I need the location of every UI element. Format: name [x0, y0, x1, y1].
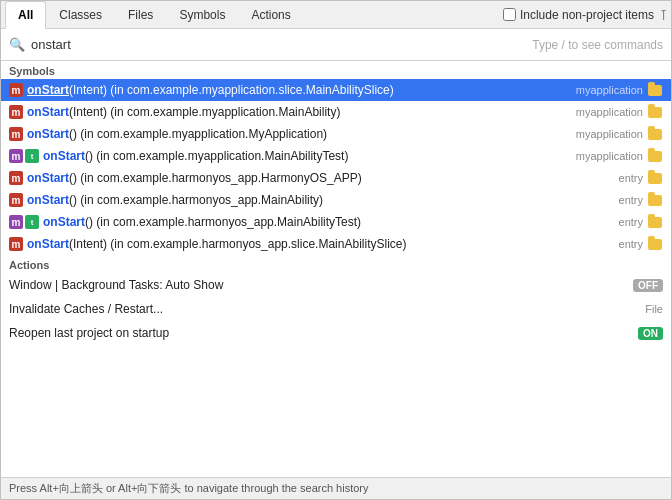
include-non-project-text: Include non-project items	[520, 8, 654, 22]
folder-shape-6	[648, 217, 662, 228]
include-non-project-label[interactable]: Include non-project items	[503, 8, 654, 22]
folder-icon-7	[647, 236, 663, 252]
folder-shape-2	[648, 129, 662, 140]
folder-shape-5	[648, 195, 662, 206]
result-module-3: myapplication	[576, 150, 643, 162]
highlight-3: onStart	[43, 149, 85, 163]
tab-files[interactable]: Files	[115, 1, 166, 29]
tab-actions[interactable]: Actions	[238, 1, 303, 29]
item-icons-2: m	[9, 127, 23, 141]
symbol-item-5[interactable]: monStart() (in com.example.harmonyos_app…	[1, 189, 671, 211]
action-text-2: Reopen last project on startup	[9, 326, 638, 340]
m-icon-2: m	[9, 127, 23, 141]
m-icon-6: m	[9, 215, 23, 229]
action-item-1[interactable]: Invalidate Caches / Restart...File	[1, 297, 671, 321]
actions-list: Window | Background Tasks: Auto ShowOFFI…	[1, 273, 671, 345]
m-icon-4: m	[9, 171, 23, 185]
tab-classes[interactable]: Classes	[46, 1, 115, 29]
test-icon-3: t	[25, 149, 39, 163]
highlight-2: onStart	[27, 127, 69, 141]
result-module-7: entry	[619, 238, 643, 250]
item-icons-3: mt	[9, 149, 39, 163]
folder-icon-1	[647, 104, 663, 120]
toggle-off-badge-0: OFF	[633, 279, 663, 292]
search-input[interactable]	[31, 37, 526, 52]
result-text-6: onStart() (in com.example.harmonyos_app.…	[43, 215, 611, 229]
result-text-2: onStart() (in com.example.myapplication.…	[27, 127, 568, 141]
symbol-item-7[interactable]: monStart(Intent) (in com.example.harmony…	[1, 233, 671, 255]
result-text-1: onStart(Intent) (in com.example.myapplic…	[27, 105, 568, 119]
result-module-6: entry	[619, 216, 643, 228]
m-icon-0: m	[9, 83, 23, 97]
symbols-list: monStart(Intent) (in com.example.myappli…	[1, 79, 671, 255]
result-module-5: entry	[619, 194, 643, 206]
status-text: Press Alt+向上箭头 or Alt+向下箭头 to navigate t…	[9, 482, 369, 494]
folder-shape-3	[648, 151, 662, 162]
item-icons-0: m	[9, 83, 23, 97]
symbol-item-1[interactable]: monStart(Intent) (in com.example.myappli…	[1, 101, 671, 123]
include-non-project-checkbox[interactable]	[503, 8, 516, 21]
action-item-0[interactable]: Window | Background Tasks: Auto ShowOFF	[1, 273, 671, 297]
folder-shape-7	[648, 239, 662, 250]
highlight-5: onStart	[27, 193, 69, 207]
highlight-6: onStart	[43, 215, 85, 229]
results-panel: Symbols monStart(Intent) (in com.example…	[1, 61, 671, 477]
item-icons-5: m	[9, 193, 23, 207]
result-module-1: myapplication	[576, 106, 643, 118]
folder-shape-4	[648, 173, 662, 184]
result-text-4: onStart() (in com.example.harmonyos_app.…	[27, 171, 611, 185]
tab-symbols[interactable]: Symbols	[166, 1, 238, 29]
highlight-0: onStart	[27, 83, 69, 97]
folder-shape-1	[648, 107, 662, 118]
folder-icon-4	[647, 170, 663, 186]
highlight-1: onStart	[27, 105, 69, 119]
result-text-5: onStart() (in com.example.harmonyos_app.…	[27, 193, 611, 207]
m-icon-3: m	[9, 149, 23, 163]
folder-icon-6	[647, 214, 663, 230]
result-module-2: myapplication	[576, 128, 643, 140]
action-item-2[interactable]: Reopen last project on startupON	[1, 321, 671, 345]
result-module-0: myapplication	[576, 84, 643, 96]
result-text-7: onStart(Intent) (in com.example.harmonyo…	[27, 237, 611, 251]
highlight-4: onStart	[27, 171, 69, 185]
m-icon-5: m	[9, 193, 23, 207]
test-icon-6: t	[25, 215, 39, 229]
result-module-4: entry	[619, 172, 643, 184]
toggle-on-badge-2: ON	[638, 327, 663, 340]
tab-bar: All Classes Files Symbols Actions Includ…	[1, 1, 671, 29]
actions-section-header: Actions	[1, 255, 671, 273]
folder-shape-0	[648, 85, 662, 96]
item-icons-7: m	[9, 237, 23, 251]
filter-icon[interactable]: ⊺	[660, 7, 667, 23]
status-bar: Press Alt+向上箭头 or Alt+向下箭头 to navigate t…	[1, 477, 671, 499]
item-icons-4: m	[9, 171, 23, 185]
m-icon-1: m	[9, 105, 23, 119]
m-icon-7: m	[9, 237, 23, 251]
folder-icon-3	[647, 148, 663, 164]
symbols-section-header: Symbols	[1, 61, 671, 79]
action-text-0: Window | Background Tasks: Auto Show	[9, 278, 633, 292]
symbol-item-4[interactable]: monStart() (in com.example.harmonyos_app…	[1, 167, 671, 189]
action-badge-1: File	[645, 303, 663, 315]
symbol-item-6[interactable]: mtonStart() (in com.example.harmonyos_ap…	[1, 211, 671, 233]
highlight-7: onStart	[27, 237, 69, 251]
tab-all[interactable]: All	[5, 1, 46, 29]
symbol-item-3[interactable]: mtonStart() (in com.example.myapplicatio…	[1, 145, 671, 167]
item-icons-1: m	[9, 105, 23, 119]
symbol-item-0[interactable]: monStart(Intent) (in com.example.myappli…	[1, 79, 671, 101]
symbol-item-2[interactable]: monStart() (in com.example.myapplication…	[1, 123, 671, 145]
action-text-1: Invalidate Caches / Restart...	[9, 302, 645, 316]
search-bar: 🔍 Type / to see commands	[1, 29, 671, 61]
result-text-3: onStart() (in com.example.myapplication.…	[43, 149, 568, 163]
tab-bar-right: Include non-project items ⊺	[503, 7, 667, 23]
search-icon: 🔍	[9, 37, 25, 52]
item-icons-6: mt	[9, 215, 39, 229]
folder-icon-0	[647, 82, 663, 98]
search-hint: Type / to see commands	[532, 38, 663, 52]
result-text-0: onStart(Intent) (in com.example.myapplic…	[27, 83, 568, 97]
folder-icon-2	[647, 126, 663, 142]
folder-icon-5	[647, 192, 663, 208]
